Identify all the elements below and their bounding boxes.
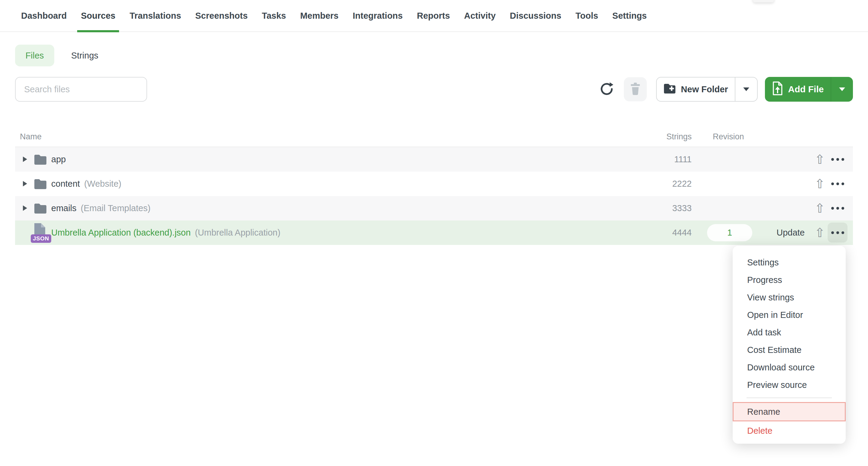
- new-folder-label: New Folder: [681, 84, 728, 94]
- chevron-down-icon: [743, 87, 749, 91]
- column-strings: Strings: [666, 132, 692, 142]
- refresh-button[interactable]: [593, 77, 620, 101]
- nav-translations[interactable]: Translations: [130, 0, 181, 32]
- add-file-dropdown[interactable]: [831, 77, 853, 101]
- nav-tasks[interactable]: Tasks: [262, 0, 286, 32]
- tab-strings[interactable]: Strings: [71, 51, 98, 61]
- files-table: Name Strings Revision app 1111 ⇧ cont: [15, 130, 853, 245]
- menu-item-preview-source[interactable]: Preview source: [733, 376, 846, 394]
- file-name-link[interactable]: Umbrella Application (backend).json: [51, 228, 191, 238]
- nav-screenshots[interactable]: Screenshots: [195, 0, 248, 32]
- menu-item-settings[interactable]: Settings: [733, 254, 846, 271]
- refresh-icon: [600, 82, 614, 97]
- expand-caret-icon[interactable]: [23, 156, 27, 162]
- upload-icon[interactable]: ⇧: [814, 172, 826, 196]
- menu-item-open-in-editor[interactable]: Open in Editor: [733, 306, 846, 324]
- nav-tools[interactable]: Tools: [575, 0, 598, 32]
- column-name: Name: [20, 132, 41, 142]
- row-context-menu: Settings Progress View strings Open in E…: [733, 246, 846, 444]
- menu-item-progress[interactable]: Progress: [733, 271, 846, 289]
- menu-item-add-task[interactable]: Add task: [733, 324, 846, 341]
- json-file-icon: JSON: [33, 223, 50, 243]
- row-actions-button[interactable]: [828, 198, 847, 218]
- view-toggle: Files Strings: [15, 45, 98, 66]
- folder-name[interactable]: content: [51, 179, 80, 189]
- file-upload-icon: [772, 81, 783, 98]
- expand-caret-icon[interactable]: [23, 181, 27, 186]
- search-input[interactable]: [15, 77, 147, 101]
- file-note: (Umbrella Application): [195, 228, 281, 238]
- trash-icon: [630, 83, 641, 96]
- table-row-app[interactable]: app 1111 ⇧: [15, 147, 853, 172]
- nav-discussions[interactable]: Discussions: [510, 0, 561, 32]
- upload-icon[interactable]: ⇧: [814, 196, 826, 221]
- menu-item-download-source[interactable]: Download source: [733, 359, 846, 376]
- add-file-label: Add File: [788, 84, 824, 94]
- json-badge: JSON: [31, 234, 51, 243]
- update-link[interactable]: Update: [776, 221, 805, 245]
- folder-icon: [34, 203, 47, 215]
- menu-item-cost-estimate[interactable]: Cost Estimate: [733, 341, 846, 359]
- strings-count: 4444: [672, 221, 692, 245]
- new-folder-button[interactable]: New Folder: [656, 77, 758, 101]
- new-folder-dropdown[interactable]: [735, 78, 757, 101]
- nav-integrations[interactable]: Integrations: [352, 0, 403, 32]
- folder-name[interactable]: emails: [51, 203, 76, 213]
- nav-activity[interactable]: Activity: [464, 0, 496, 32]
- folder-note: (Email Templates): [81, 203, 151, 213]
- table-row-content[interactable]: content (Website) 2222 ⇧: [15, 172, 853, 196]
- strings-count: 2222: [672, 172, 692, 196]
- menu-item-rename[interactable]: Rename: [733, 402, 846, 421]
- row-actions-button[interactable]: [828, 149, 847, 169]
- upload-icon[interactable]: ⇧: [814, 147, 826, 172]
- files-toolbar: New Folder Add File: [15, 77, 853, 101]
- column-revision: Revision: [713, 132, 744, 142]
- strings-count: 1111: [674, 147, 692, 172]
- folder-name[interactable]: app: [51, 154, 66, 165]
- expand-caret-icon[interactable]: [23, 205, 27, 211]
- folder-plus-icon: [663, 83, 676, 96]
- folder-note: (Website): [84, 179, 121, 189]
- delete-selected-button[interactable]: [624, 77, 647, 101]
- table-row-emails[interactable]: emails (Email Templates) 3333 ⇧: [15, 196, 853, 221]
- nav-settings[interactable]: Settings: [613, 0, 647, 32]
- nav-sources[interactable]: Sources: [81, 0, 115, 32]
- project-nav: Dashboard Sources Translations Screensho…: [0, 0, 868, 32]
- nav-dashboard[interactable]: Dashboard: [21, 0, 67, 32]
- chevron-down-icon: [839, 87, 845, 91]
- row-actions-button-active[interactable]: [828, 223, 847, 242]
- strings-count: 3333: [672, 196, 692, 221]
- menu-item-delete[interactable]: Delete: [733, 422, 846, 439]
- tab-files[interactable]: Files: [15, 45, 54, 66]
- row-actions-button[interactable]: [828, 174, 847, 194]
- nav-reports[interactable]: Reports: [417, 0, 450, 32]
- add-file-button[interactable]: Add File: [765, 77, 853, 101]
- table-row-umbrella-file[interactable]: JSON Umbrella Application (backend).json…: [15, 221, 853, 245]
- upload-icon[interactable]: ⇧: [814, 221, 826, 245]
- table-header: Name Strings Revision: [15, 130, 853, 147]
- folder-icon: [34, 154, 47, 166]
- menu-item-view-strings[interactable]: View strings: [733, 289, 846, 306]
- nav-members[interactable]: Members: [300, 0, 338, 32]
- folder-icon: [34, 178, 47, 190]
- menu-divider: [747, 398, 832, 398]
- revision-badge: 1: [707, 224, 752, 241]
